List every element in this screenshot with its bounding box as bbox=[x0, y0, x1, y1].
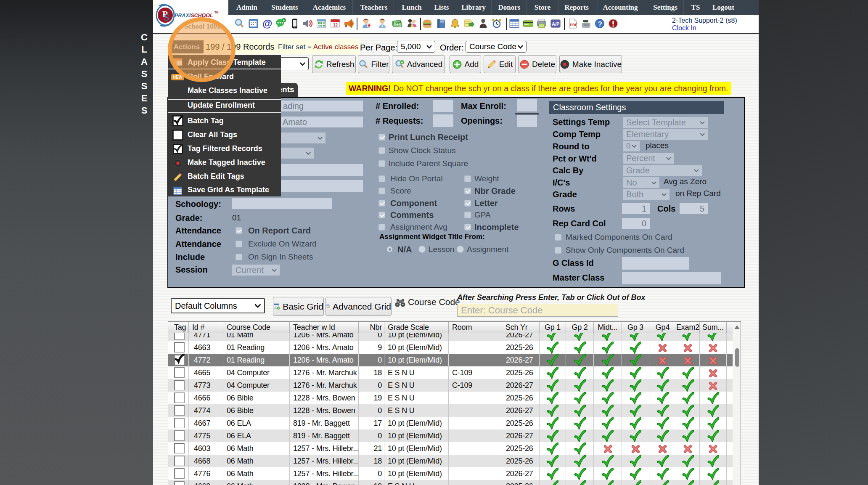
svg-text:?: ? bbox=[598, 20, 602, 28]
svg-text:12: 12 bbox=[333, 23, 338, 27]
svg-text:PDF: PDF bbox=[570, 23, 578, 27]
svg-text:@: @ bbox=[262, 18, 272, 29]
svg-text:A/P: A/P bbox=[552, 21, 559, 27]
svg-text:S: S bbox=[164, 12, 169, 23]
